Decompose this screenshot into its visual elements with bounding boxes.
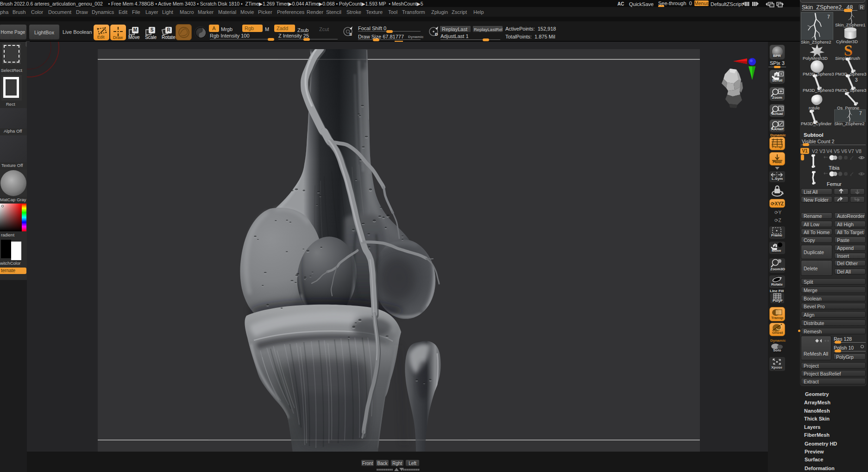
svg-text:D: D xyxy=(435,32,438,37)
svg-text:S: S xyxy=(844,44,853,57)
svg-text:S: S xyxy=(349,32,352,37)
svg-text:Edit: Edit xyxy=(97,35,105,39)
svg-text:Draw: Draw xyxy=(113,35,123,40)
